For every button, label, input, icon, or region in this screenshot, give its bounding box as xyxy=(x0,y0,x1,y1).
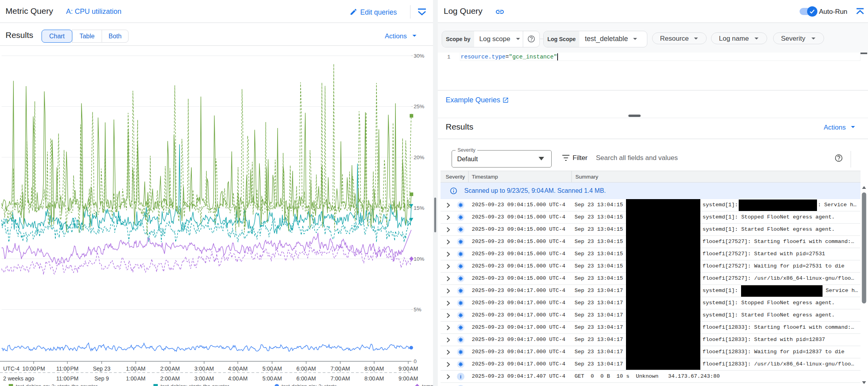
svg-text:3:00 AM: 3:00 AM xyxy=(194,375,214,382)
svg-text:temp: temp xyxy=(422,383,433,386)
svg-text:5:00 AM: 5:00 AM xyxy=(262,375,282,382)
svg-text:2:00 AM: 2:00 AM xyxy=(160,375,180,382)
svg-text:4:00 AM: 4:00 AM xyxy=(228,375,248,382)
svg-text:test-debian: starts-the-counte: test-debian: starts-the-counter xyxy=(161,383,229,386)
svg-text:test-debian-pin; 2: starts: test-debian-pin; 2: starts xyxy=(282,383,337,386)
svg-text:30%: 30% xyxy=(414,53,424,59)
svg-text:8:00 AM: 8:00 AM xyxy=(364,375,384,382)
svg-text:test-debian-ap; 2: starts-the-: test-debian-ap; 2: starts-the-counter xyxy=(16,383,98,386)
svg-text:6:00 AM: 6:00 AM xyxy=(297,375,316,382)
svg-text:i: i xyxy=(460,374,461,380)
svg-text:15%: 15% xyxy=(414,205,424,211)
svg-text:10%: 10% xyxy=(414,256,424,262)
svg-text:UTC-4: UTC-4 xyxy=(3,365,19,372)
svg-text:0: 0 xyxy=(414,358,417,364)
svg-text:25%: 25% xyxy=(414,104,424,109)
svg-text:2 weeks ago: 2 weeks ago xyxy=(3,375,34,382)
svg-text:1:00 AM: 1:00 AM xyxy=(126,375,146,382)
svg-text:20%: 20% xyxy=(414,154,424,160)
svg-text:11:00 PM: 11:00 PM xyxy=(56,375,78,382)
svg-text:9:00 AM: 9:00 AM xyxy=(399,375,418,382)
svg-text:Sep 9: Sep 9 xyxy=(95,375,109,382)
svg-text:10:00 PM: 10:00 PM xyxy=(23,365,45,372)
svg-text:7:00 AM: 7:00 AM xyxy=(331,375,350,382)
svg-text:5%: 5% xyxy=(414,307,422,313)
